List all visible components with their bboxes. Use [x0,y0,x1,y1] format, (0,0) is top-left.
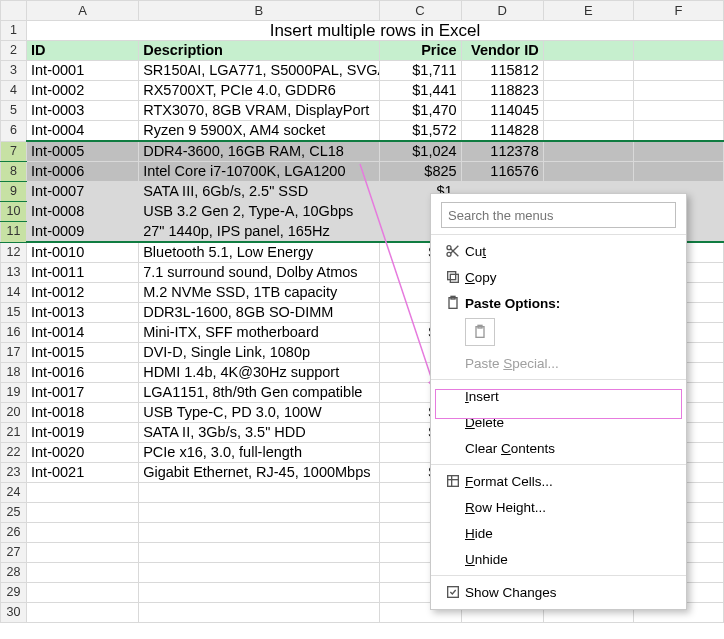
cell[interactable]: Int-0017 [27,383,139,403]
cell[interactable]: 27" 1440p, IPS panel, 165Hz [139,222,379,243]
row-header[interactable]: 26 [1,523,27,543]
cell[interactable]: Int-0002 [27,81,139,101]
cell[interactable] [27,603,139,623]
row-header[interactable]: 25 [1,503,27,523]
col-header[interactable]: A [27,1,139,21]
cell[interactable] [139,503,379,523]
row-header[interactable]: 29 [1,583,27,603]
row-header[interactable]: 30 [1,603,27,623]
row-header[interactable]: 10 [1,202,27,222]
cell[interactable]: Int-0009 [27,222,139,243]
row-header[interactable]: 5 [1,101,27,121]
cell[interactable]: Int-0021 [27,463,139,483]
row-header[interactable]: 3 [1,61,27,81]
cell[interactable]: SATA II, 3Gb/s, 3.5" HDD [139,423,379,443]
cell[interactable]: Gigabit Ethernet, RJ-45, 1000Mbps [139,463,379,483]
cell[interactable] [633,141,723,162]
cell[interactable]: Int-0019 [27,423,139,443]
cell[interactable]: RTX3070, 8GB VRAM, DisplayPort [139,101,379,121]
cell[interactable] [543,81,633,101]
cell[interactable]: USB 3.2 Gen 2, Type-A, 10Gbps [139,202,379,222]
menu-insert[interactable]: Insert [431,383,686,409]
cell[interactable]: Int-0011 [27,263,139,283]
cell[interactable] [633,41,723,61]
cell[interactable]: Int-0003 [27,101,139,121]
row-header[interactable]: 1 [1,21,27,41]
row-header[interactable]: 9 [1,182,27,202]
row-header[interactable]: 27 [1,543,27,563]
cell[interactable]: ID [27,41,139,61]
row-header[interactable]: 16 [1,323,27,343]
cell[interactable]: RX5700XT, PCIe 4.0, GDDR6 [139,81,379,101]
menu-delete[interactable]: Delete [431,409,686,435]
row-header[interactable]: 23 [1,463,27,483]
row-header[interactable]: 13 [1,263,27,283]
cell[interactable] [633,162,723,182]
cell[interactable] [139,563,379,583]
cell[interactable]: 114045 [461,101,543,121]
cell[interactable]: DVI-D, Single Link, 1080p [139,343,379,363]
row-header[interactable]: 8 [1,162,27,182]
cell[interactable]: Ryzen 9 5900X, AM4 socket [139,121,379,142]
cell[interactable] [27,563,139,583]
menu-clear-contents[interactable]: Clear Contents [431,435,686,461]
cell[interactable]: $1,711 [379,61,461,81]
cell[interactable]: M.2 NVMe SSD, 1TB capacity [139,283,379,303]
cell[interactable] [139,543,379,563]
cell[interactable] [543,162,633,182]
row-header[interactable]: 19 [1,383,27,403]
cell[interactable]: Int-0020 [27,443,139,463]
select-all-corner[interactable] [1,1,27,21]
cell[interactable]: Int-0005 [27,141,139,162]
cell[interactable]: Intel Core i7-10700K, LGA1200 [139,162,379,182]
cell[interactable]: $1,470 [379,101,461,121]
cell[interactable]: DDR3L-1600, 8GB SO-DIMM [139,303,379,323]
col-header[interactable]: E [543,1,633,21]
cell[interactable]: Int-0014 [27,323,139,343]
cell[interactable]: Vendor ID [461,41,543,61]
cell[interactable] [27,483,139,503]
cell[interactable]: Int-0007 [27,182,139,202]
cell[interactable]: Int-0015 [27,343,139,363]
cell[interactable]: Description [139,41,379,61]
cell[interactable] [139,603,379,623]
cell[interactable] [633,61,723,81]
cell[interactable] [543,61,633,81]
cell[interactable] [543,41,633,61]
cell[interactable]: Bluetooth 5.1, Low Energy [139,242,379,263]
row-header[interactable]: 18 [1,363,27,383]
cell[interactable] [633,121,723,142]
cell[interactable]: 115812 [461,61,543,81]
cell[interactable]: 7.1 surround sound, Dolby Atmos [139,263,379,283]
cell[interactable]: Mini-ITX, SFF motherboard [139,323,379,343]
cell[interactable] [27,583,139,603]
cell[interactable] [27,523,139,543]
row-header[interactable]: 14 [1,283,27,303]
cell[interactable] [633,101,723,121]
row-header[interactable]: 11 [1,222,27,243]
cell[interactable] [543,121,633,142]
row-header[interactable]: 22 [1,443,27,463]
row-header[interactable]: 2 [1,41,27,61]
cell[interactable] [633,81,723,101]
cell[interactable]: DDR4-3600, 16GB RAM, CL18 [139,141,379,162]
row-header[interactable]: 28 [1,563,27,583]
row-header[interactable]: 24 [1,483,27,503]
menu-row-height[interactable]: Row Height... [431,494,686,520]
row-header[interactable]: 12 [1,242,27,263]
cell[interactable] [543,101,633,121]
cell[interactable]: Int-0010 [27,242,139,263]
paste-default-button[interactable] [465,318,495,346]
menu-show-changes[interactable]: Show Changes [431,579,686,605]
row-header[interactable]: 21 [1,423,27,443]
cell[interactable]: 118823 [461,81,543,101]
cell[interactable] [27,503,139,523]
cell[interactable]: $825 [379,162,461,182]
cell[interactable]: Int-0001 [27,61,139,81]
cell[interactable]: 114828 [461,121,543,142]
col-header[interactable]: B [139,1,379,21]
cell[interactable]: Int-0006 [27,162,139,182]
cell[interactable] [139,523,379,543]
cell[interactable]: Int-0013 [27,303,139,323]
cell[interactable]: 112378 [461,141,543,162]
